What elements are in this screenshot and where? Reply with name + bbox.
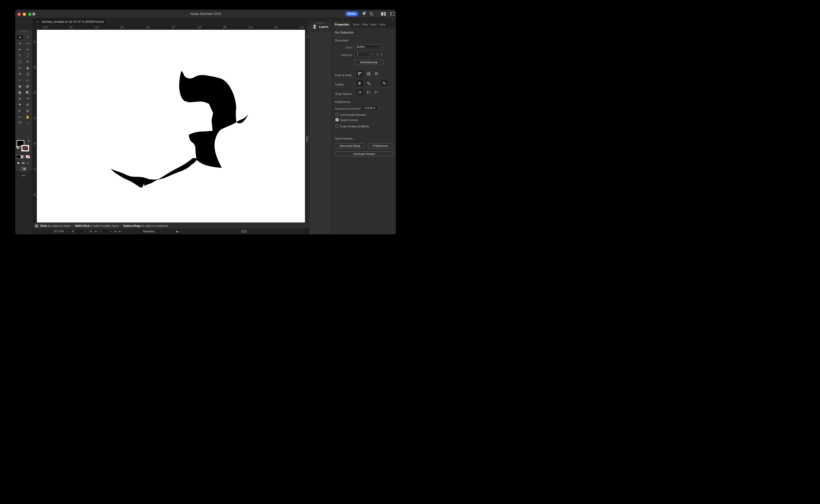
paintbrush-tool[interactable]: ✐	[24, 59, 31, 65]
curvature-tool[interactable]: ✑	[24, 47, 31, 52]
scroll-up-icon[interactable]	[306, 36, 309, 38]
lasso-tool[interactable]: ∾	[24, 41, 31, 46]
previous-artboard-button[interactable]: ◀	[95, 229, 96, 234]
show-guides-button[interactable]	[357, 80, 363, 86]
last-artboard-button[interactable]: ▶|	[119, 229, 121, 234]
tab-swat[interactable]: Swat	[368, 21, 377, 28]
keyboard-increment-input[interactable]: 0.0139 in	[362, 106, 377, 110]
artboard-number-select[interactable]: 1	[98, 229, 113, 234]
perspective-grid-tool[interactable]: ▤	[24, 83, 31, 89]
rotation-chevron-icon[interactable]	[84, 230, 88, 233]
layers-panel-header[interactable]: Layers	[310, 21, 331, 31]
help-icon[interactable]: ?	[35, 224, 38, 228]
close-tab-icon[interactable]: ✕	[37, 20, 39, 23]
change-screen-mode-button[interactable]	[21, 167, 26, 171]
shape-builder-tool[interactable]: ◉	[16, 83, 23, 89]
workspace-switcher-icon[interactable]	[381, 12, 386, 16]
magic-wand-tool[interactable]: ✶	[16, 41, 23, 46]
collapse-dock-left-icon[interactable]: «	[329, 19, 330, 21]
layers-drag-handle[interactable]	[317, 22, 324, 23]
preferences-button[interactable]: Preferences	[368, 143, 393, 148]
next-artboard-mini-button[interactable]: ▶	[381, 53, 383, 56]
show-grid-button[interactable]	[366, 71, 372, 77]
show-rulers-button[interactable]	[357, 71, 363, 77]
none-fill-button[interactable]	[26, 155, 30, 158]
checkbox-scale-corners[interactable]: ✓	[336, 118, 339, 121]
column-graph-tool[interactable]: ⊪	[16, 108, 23, 114]
gradient-tool[interactable]	[24, 90, 31, 95]
draw-inside-button[interactable]	[26, 161, 30, 165]
checkbox-use-preview-bounds[interactable]	[336, 113, 339, 116]
free-transform-tool[interactable]: ▱	[24, 77, 31, 83]
panel-toggle-icon[interactable]	[390, 12, 395, 16]
rotation-select[interactable]: 0°	[70, 229, 88, 234]
previous-artboard-mini-button[interactable]: ◀	[376, 53, 378, 56]
eraser-tool[interactable]: ◆	[24, 65, 31, 71]
slice-tool[interactable]: ✂	[16, 114, 23, 120]
mesh-tool[interactable]: ▦	[16, 90, 23, 95]
artboard-tool[interactable]: ⊞	[24, 108, 31, 114]
draw-normal-button[interactable]	[16, 161, 20, 165]
vertical-scroll-thumb[interactable]	[306, 136, 309, 142]
show-transparency-grid-button[interactable]	[373, 71, 379, 77]
draw-behind-button[interactable]	[21, 161, 25, 165]
default-fill-stroke-icon[interactable]	[16, 146, 20, 149]
edit-artboards-button[interactable]: Edit Artboards	[354, 60, 384, 65]
tab-retyp[interactable]: Retyp	[360, 21, 369, 28]
horizontal-ruler[interactable]: 1/2251/2261/2271/2281/2291/2	[37, 26, 305, 30]
tab-properties[interactable]: Properties	[333, 21, 351, 28]
search-icon[interactable]	[369, 12, 374, 16]
print-tiling-tool[interactable]: ❐	[16, 120, 23, 126]
scroll-left-icon[interactable]: ‹	[180, 229, 181, 234]
rectangle-tool[interactable]: ▢	[16, 59, 23, 65]
generate-vectors-button[interactable]: Generate Vectors	[335, 151, 393, 156]
scale-tool[interactable]: ◳	[24, 71, 31, 77]
pen-tool[interactable]: ✒	[16, 47, 23, 52]
line-segment-tool[interactable]: ╱	[24, 53, 31, 58]
shear-tool[interactable]: ∡	[16, 96, 23, 101]
share-button[interactable]: Share	[345, 11, 358, 16]
snap-to-grid-button[interactable]	[366, 89, 372, 95]
vertical-ruler[interactable]: 10121112121213	[33, 30, 37, 223]
units-select[interactable]: Inches	[355, 44, 383, 49]
width-tool[interactable]: ≈	[16, 77, 23, 83]
artwork-shape[interactable]	[111, 71, 248, 188]
vertical-scrollbar[interactable]	[305, 26, 309, 229]
zoom-level-select[interactable]: 157.97%	[52, 229, 69, 234]
document-setup-button[interactable]: Document Setup	[335, 143, 365, 148]
expand-dock-icon[interactable]: »	[392, 19, 393, 21]
hand-tool[interactable]: ✋	[24, 114, 31, 120]
horizontal-scroll-thumb[interactable]	[241, 230, 248, 233]
pencil-tool[interactable]: ✏	[16, 65, 23, 71]
gradient-fill-button[interactable]	[21, 155, 25, 158]
blend-tool[interactable]: ❖	[16, 102, 23, 107]
swap-fill-stroke-icon[interactable]: ⇄	[27, 139, 30, 143]
eyedropper-tool[interactable]: ✎	[24, 96, 31, 101]
snap-to-pixel-button[interactable]	[373, 89, 379, 95]
snap-to-point-button[interactable]	[357, 89, 363, 95]
artboard-canvas[interactable]	[37, 30, 305, 223]
artboard-chevron-icon[interactable]	[109, 230, 113, 233]
lock-guides-button[interactable]	[366, 80, 372, 86]
first-artboard-button[interactable]: |◀	[89, 229, 92, 234]
smart-guides-button[interactable]	[381, 80, 387, 86]
tab-libra[interactable]: Libra	[377, 21, 386, 28]
ruler-origin-corner[interactable]	[33, 26, 37, 30]
checkbox-scale-strokes-effects[interactable]	[336, 125, 339, 128]
rotate-tool[interactable]: ↺	[16, 71, 23, 77]
document-tab[interactable]: ✕ sheridan_template.ai* @ 157.97 % (RGB/…	[33, 18, 106, 26]
toolbar-drag-handle[interactable]	[20, 31, 28, 32]
artboard-select[interactable]: 1	[355, 52, 373, 57]
edit-toolbar-button[interactable]: •••	[22, 174, 26, 178]
zoom-tool[interactable]: ⌕	[24, 120, 31, 126]
status-play-icon[interactable]: ▶	[176, 229, 178, 234]
next-artboard-button[interactable]: ▶	[115, 229, 117, 234]
selection-tool[interactable]: ➤	[16, 35, 23, 40]
direct-selection-tool[interactable]: ➢	[24, 35, 31, 40]
tab-brush[interactable]: Brush	[351, 21, 360, 28]
color-fill-button[interactable]	[16, 155, 20, 158]
zoom-level-chevron-icon[interactable]	[65, 230, 69, 233]
stroke-color-swatch[interactable]	[21, 145, 29, 151]
type-tool[interactable]: T	[16, 53, 23, 58]
symbol-sprayer-tool[interactable]: ⊚	[24, 102, 31, 107]
